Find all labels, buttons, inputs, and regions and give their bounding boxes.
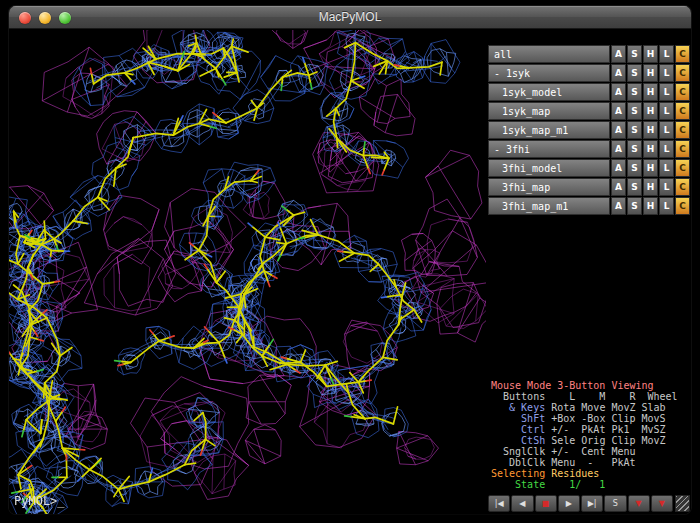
play-button[interactable]: ▶: [558, 495, 580, 512]
object-a-button[interactable]: A: [611, 121, 626, 139]
keys-line-text: & Keys: [491, 402, 551, 413]
object-c-button[interactable]: C: [675, 45, 690, 63]
object-name-3fhi-map-m1[interactable]: 3fhi_map_m1: [488, 197, 610, 215]
object-h-button[interactable]: H: [643, 159, 658, 177]
object-c-button[interactable]: C: [675, 102, 690, 120]
object-s-button[interactable]: S: [627, 159, 642, 177]
dblclk-line-text: DblClk Menu - PkAt: [491, 457, 636, 468]
object-name-3fhi-model[interactable]: 3fhi_model: [488, 159, 610, 177]
close-button[interactable]: [19, 12, 31, 24]
object-c-button[interactable]: C: [675, 121, 690, 139]
ctrl-line: Ctrl +/- PkAt Pk1 MvSZ: [491, 424, 678, 435]
object-l-button[interactable]: L: [659, 140, 674, 158]
state-line-text: State 1/ 1: [491, 479, 605, 490]
state-line[interactable]: State 1/ 1: [491, 479, 678, 490]
object-name-3fhi[interactable]: - 3fhi: [488, 140, 610, 158]
play-icon: ▶: [566, 499, 572, 508]
object-a-button[interactable]: A: [611, 64, 626, 82]
object-c-button[interactable]: C: [675, 197, 690, 215]
window-controls: [19, 12, 71, 24]
viewport-canvas[interactable]: [9, 30, 486, 514]
object-c-button[interactable]: C: [675, 64, 690, 82]
zoom-button[interactable]: [59, 12, 71, 24]
stop-icon: ■: [542, 499, 550, 508]
selecting-line-text: Selecting: [491, 468, 551, 479]
object-h-button[interactable]: H: [643, 45, 658, 63]
step-back-button[interactable]: ◀: [511, 495, 533, 512]
object-l-button[interactable]: L: [659, 102, 674, 120]
object-h-button[interactable]: H: [643, 83, 658, 101]
object-row: 3fhi_modelASHLC: [488, 159, 690, 177]
object-h-button[interactable]: H: [643, 64, 658, 82]
object-h-button[interactable]: H: [643, 178, 658, 196]
object-name-1syk-map-m1[interactable]: 1syk_map_m1: [488, 121, 610, 139]
object-c-button[interactable]: C: [675, 178, 690, 196]
object-h-button[interactable]: H: [643, 197, 658, 215]
object-l-button[interactable]: L: [659, 121, 674, 139]
vcr-controls: |◀◀■▶▶|S▼▼: [488, 495, 673, 512]
go-to-start-button[interactable]: |◀: [488, 495, 510, 512]
snglclk-line-text: SnglClk +/- Cent Menu: [491, 446, 636, 457]
movie-menu-button[interactable]: ▼: [651, 495, 673, 512]
buttons-header-line-text: Buttons L M R Wheel: [491, 391, 678, 402]
mouse-mode-line[interactable]: Mouse Mode 3-Button Viewing: [491, 380, 678, 391]
shift-line-text: ShFt: [491, 413, 551, 424]
object-s-button[interactable]: S: [627, 178, 642, 196]
go-to-end-icon: ▶|: [588, 499, 597, 508]
window-content: PyMOL>_ allASHLC- 1sykASHLC1syk_modelASH…: [9, 30, 691, 514]
step-back-icon: ◀: [519, 499, 525, 508]
object-a-button[interactable]: A: [611, 45, 626, 63]
object-a-button[interactable]: A: [611, 197, 626, 215]
object-l-button[interactable]: L: [659, 159, 674, 177]
side-panel: allASHLC- 1sykASHLC1syk_modelASHLC1syk_m…: [486, 30, 691, 514]
object-a-button[interactable]: A: [611, 83, 626, 101]
rock-button[interactable]: ▼: [628, 495, 650, 512]
object-s-button[interactable]: S: [627, 64, 642, 82]
object-h-button[interactable]: H: [643, 121, 658, 139]
object-name-1syk-map[interactable]: 1syk_map: [488, 102, 610, 120]
object-c-button[interactable]: C: [675, 83, 690, 101]
object-name-all[interactable]: all: [488, 45, 610, 63]
minimize-button[interactable]: [39, 12, 51, 24]
object-a-button[interactable]: A: [611, 102, 626, 120]
resize-grip[interactable]: [675, 495, 690, 512]
scene-icon: S: [613, 499, 618, 508]
shift-line-text: +Box -Box Clip MovS: [551, 413, 665, 424]
ctrl-line-text: +/- PkAt Pk1 MvSZ: [551, 424, 665, 435]
ctsh-line: CtSh Sele Orig Clip MovZ: [491, 435, 678, 446]
object-name-3fhi-map[interactable]: 3fhi_map: [488, 178, 610, 196]
object-a-button[interactable]: A: [611, 178, 626, 196]
stop-button[interactable]: ■: [535, 495, 557, 512]
object-s-button[interactable]: S: [627, 121, 642, 139]
object-row: allASHLC: [488, 45, 690, 63]
scene-button[interactable]: S: [604, 495, 626, 512]
object-s-button[interactable]: S: [627, 45, 642, 63]
go-to-end-button[interactable]: ▶|: [581, 495, 603, 512]
object-row: 3fhi_map_m1ASHLC: [488, 197, 690, 215]
object-s-button[interactable]: S: [627, 83, 642, 101]
object-a-button[interactable]: A: [611, 140, 626, 158]
object-name-1syk-model[interactable]: 1syk_model: [488, 83, 610, 101]
object-a-button[interactable]: A: [611, 159, 626, 177]
object-s-button[interactable]: S: [627, 102, 642, 120]
object-l-button[interactable]: L: [659, 64, 674, 82]
object-h-button[interactable]: H: [643, 140, 658, 158]
object-l-button[interactable]: L: [659, 45, 674, 63]
object-c-button[interactable]: C: [675, 159, 690, 177]
shift-line: ShFt +Box -Box Clip MovS: [491, 413, 678, 424]
selecting-line[interactable]: Selecting Residues: [491, 468, 678, 479]
object-l-button[interactable]: L: [659, 197, 674, 215]
object-l-button[interactable]: L: [659, 83, 674, 101]
title-bar[interactable]: MacPyMOL: [9, 6, 691, 29]
object-c-button[interactable]: C: [675, 140, 690, 158]
selecting-line-text: Residues: [551, 468, 599, 479]
command-prompt[interactable]: PyMOL>_: [14, 494, 65, 508]
object-h-button[interactable]: H: [643, 102, 658, 120]
object-s-button[interactable]: S: [627, 197, 642, 215]
ctsh-line-text: CtSh: [491, 435, 551, 446]
keys-line: & Keys Rota Move MovZ Slab: [491, 402, 678, 413]
viewport: PyMOL>_: [9, 30, 486, 514]
object-l-button[interactable]: L: [659, 178, 674, 196]
object-name-1syk[interactable]: - 1syk: [488, 64, 610, 82]
object-s-button[interactable]: S: [627, 140, 642, 158]
